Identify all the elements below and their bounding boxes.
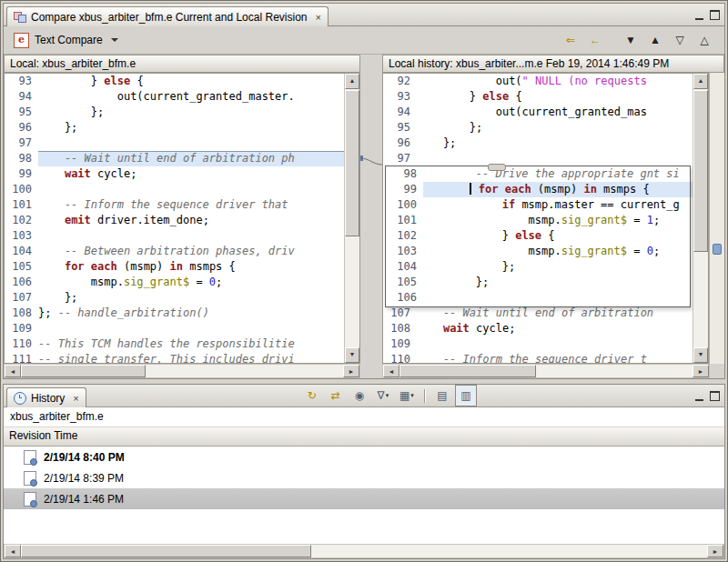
show-revision-tree-button[interactable]: ▥ bbox=[455, 385, 477, 406]
left-code-area[interactable]: 93 } else {94 out(current_granted_master… bbox=[5, 74, 344, 363]
line-number: 107 bbox=[5, 290, 38, 306]
revision-row[interactable]: 2/19/14 8:40 PM bbox=[4, 447, 724, 467]
scroll-left-icon[interactable]: ◄ bbox=[5, 545, 21, 557]
refresh-button[interactable]: ↻ bbox=[301, 385, 323, 406]
right-code-area[interactable]: 92 out(" NULL (no requests93 } else {94 … bbox=[383, 74, 693, 363]
overview-ruler[interactable] bbox=[709, 73, 724, 364]
pin-button[interactable]: ◉ bbox=[349, 385, 370, 406]
history-tab[interactable]: History × bbox=[6, 387, 86, 407]
code-line: 108 wait cycle; bbox=[383, 321, 693, 336]
group-by-date-button[interactable]: ▦▾ bbox=[396, 385, 418, 406]
scroll-right-icon[interactable]: ► bbox=[693, 365, 709, 377]
history-tab-bar: History × ↻⇄◉∇▾▦▾▤▥ bbox=[4, 385, 724, 407]
scrollbar-thumb[interactable] bbox=[21, 365, 146, 377]
link-with-editor-button[interactable]: ⇄ bbox=[325, 385, 347, 406]
line-number: 105 bbox=[389, 275, 423, 290]
line-number: 96 bbox=[383, 135, 417, 151]
filter-button[interactable]: ∇▾ bbox=[372, 385, 394, 406]
previous-difference-button[interactable]: ▲ bbox=[644, 29, 666, 51]
code-line: 95 }; bbox=[5, 105, 344, 120]
next-difference-button[interactable]: ▼ bbox=[620, 29, 642, 51]
compare-editor-tab[interactable]: Compare xbus_arbiter_bfm.e Current and L… bbox=[6, 6, 329, 26]
compare-toolbar: e Text Compare ⇐←▼▲▽△ bbox=[4, 26, 724, 55]
scroll-up-icon[interactable]: ▲ bbox=[345, 74, 359, 89]
diff-connector-gap bbox=[360, 73, 382, 364]
line-number: 109 bbox=[5, 321, 38, 336]
maximize-icon[interactable] bbox=[710, 10, 720, 20]
previous-change-icon: △ bbox=[700, 34, 708, 46]
line-number: 94 bbox=[383, 105, 417, 120]
revision-time-column-header[interactable]: Revision Time bbox=[4, 427, 724, 447]
code-line: 110 -- Inform the sequence driver t bbox=[383, 352, 693, 363]
editor-tab-bar: Compare xbus_arbiter_bfm.e Current and L… bbox=[4, 4, 724, 26]
minimize-icon[interactable] bbox=[695, 10, 703, 20]
group-by-date-icon: ▦ bbox=[399, 389, 410, 402]
viewer-mode-label: Text Compare bbox=[35, 34, 103, 46]
pin-icon: ◉ bbox=[355, 389, 364, 402]
previous-change-button[interactable]: △ bbox=[693, 29, 715, 51]
right-horizontal-scrollbar[interactable]: ◄ ► bbox=[382, 364, 710, 378]
maximize-icon[interactable] bbox=[710, 391, 720, 401]
code-line: 93 } else { bbox=[5, 74, 344, 89]
history-file-label: xbus_arbiter_bfm.e bbox=[4, 407, 724, 427]
close-icon[interactable]: × bbox=[316, 12, 321, 23]
chevron-down-icon: ▾ bbox=[410, 392, 414, 399]
code-line: 97 bbox=[383, 151, 693, 166]
left-vertical-scrollbar[interactable]: ▲ ▼ bbox=[344, 74, 359, 363]
compare-icon bbox=[14, 12, 26, 23]
close-icon[interactable]: × bbox=[73, 393, 78, 404]
show-comment-pane-button[interactable]: ▤ bbox=[431, 385, 453, 406]
code-line: 98 -- Drive the appropriate gnt si bbox=[383, 166, 693, 182]
scroll-up-icon[interactable]: ▲ bbox=[693, 74, 708, 89]
copy-all-right-to-left-button[interactable]: ⇐ bbox=[560, 29, 581, 51]
code-line: 92 out(" NULL (no requests bbox=[383, 74, 693, 89]
scroll-down-icon[interactable]: ▼ bbox=[693, 347, 708, 363]
code-line: 109 bbox=[383, 336, 693, 352]
revision-row[interactable]: 2/19/14 8:39 PM bbox=[4, 467, 724, 488]
code-line: 103 bbox=[5, 228, 344, 244]
scroll-left-icon[interactable]: ◄ bbox=[383, 365, 399, 377]
scroll-right-icon[interactable]: ► bbox=[707, 545, 723, 557]
revision-time: 2/19/14 1:46 PM bbox=[44, 493, 124, 506]
history-window-buttons bbox=[695, 391, 720, 401]
next-change-button[interactable]: ▽ bbox=[669, 29, 691, 51]
line-number: 105 bbox=[5, 259, 38, 275]
scrollbar-thumb[interactable] bbox=[399, 365, 536, 377]
editor-window-buttons bbox=[695, 10, 720, 20]
right-pane-header: Local history: xbus_arbiter...m.e Feb 19… bbox=[382, 55, 724, 73]
code-line: 94 out(current_granted_mas bbox=[383, 105, 693, 120]
scroll-left-icon[interactable]: ◄ bbox=[5, 365, 21, 377]
copy-all-right-to-left-icon: ⇐ bbox=[566, 34, 575, 46]
history-horizontal-scrollbar[interactable]: ◄ ► bbox=[4, 544, 724, 558]
eclipse-window: Compare xbus_arbiter_bfm.e Current and L… bbox=[0, 0, 728, 562]
line-number: 104 bbox=[5, 244, 38, 259]
revision-row[interactable]: 2/19/14 1:46 PM bbox=[4, 488, 724, 509]
minimize-icon[interactable] bbox=[695, 391, 703, 401]
viewer-mode-dropdown[interactable]: e Text Compare bbox=[9, 31, 123, 50]
line-number: 101 bbox=[5, 197, 38, 213]
line-number: 108 bbox=[5, 306, 38, 321]
toolbar-separator bbox=[424, 389, 425, 403]
scrollbar-thumb[interactable] bbox=[345, 90, 359, 236]
right-vertical-scrollbar[interactable]: ▲ ▼ bbox=[693, 74, 708, 363]
revision-icon bbox=[24, 471, 36, 486]
code-line: 100 bbox=[5, 182, 344, 197]
copy-current-right-to-left-button[interactable]: ← bbox=[584, 29, 606, 51]
chevron-down-icon: ▾ bbox=[386, 392, 389, 399]
line-number: 100 bbox=[5, 182, 38, 197]
change-marker[interactable] bbox=[713, 244, 722, 255]
scrollbar-thumb[interactable] bbox=[21, 545, 311, 557]
previous-difference-icon: ▲ bbox=[650, 34, 661, 46]
code-line: 99 wait cycle; bbox=[5, 166, 344, 182]
line-number: 100 bbox=[389, 197, 423, 213]
scrollbar-thumb[interactable] bbox=[693, 90, 708, 252]
line-number: 99 bbox=[389, 182, 423, 197]
left-horizontal-scrollbar[interactable]: ◄ ► bbox=[4, 364, 360, 378]
line-number: 102 bbox=[389, 228, 423, 244]
link-with-editor-icon: ⇄ bbox=[331, 389, 340, 402]
line-number: 107 bbox=[383, 306, 417, 321]
scroll-right-icon[interactable]: ► bbox=[343, 365, 359, 377]
code-line: 104 -- Between arbitration phases, driv bbox=[5, 244, 344, 259]
scroll-down-icon[interactable]: ▼ bbox=[345, 347, 359, 363]
line-number: 93 bbox=[5, 74, 38, 89]
